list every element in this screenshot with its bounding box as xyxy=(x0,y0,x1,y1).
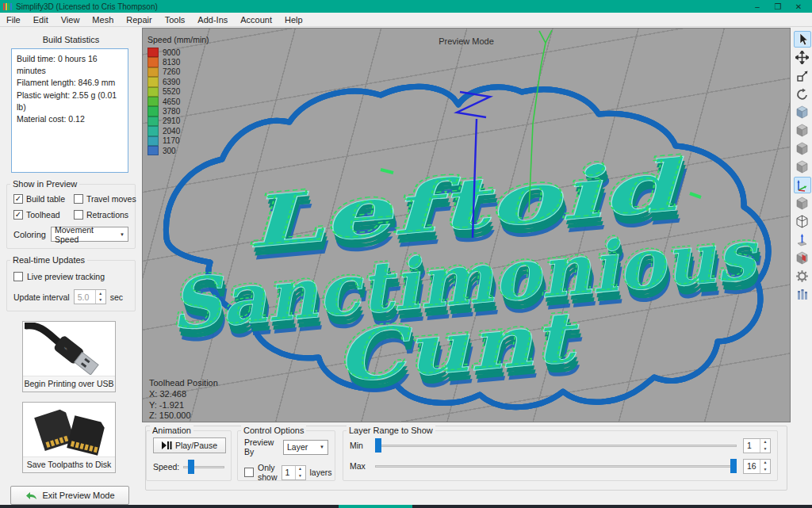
spin-up-icon[interactable]: ▲ xyxy=(760,439,770,446)
checkbox-label: Travel moves xyxy=(86,194,136,204)
chevron-down-icon: ▼ xyxy=(120,232,124,237)
view-cube-top[interactable] xyxy=(794,122,811,139)
only-show-checkbox[interactable] xyxy=(244,468,254,477)
menu-item-tools[interactable]: Tools xyxy=(159,14,192,25)
preview-viewport[interactable]: Leftoid Leftoid Leftoid Leftoid Leftoid … xyxy=(142,28,791,422)
menu-item-view[interactable]: View xyxy=(55,14,86,25)
menu-item-add-ins[interactable]: Add-Ins xyxy=(191,14,234,25)
menu-item-account[interactable]: Account xyxy=(234,14,278,25)
scale-box-arrow-icon xyxy=(796,70,809,82)
spin-up-icon[interactable]: ▲ xyxy=(296,466,305,473)
preview-mode-label: Preview Mode xyxy=(143,36,790,46)
checkbox-retractions[interactable]: Retractions xyxy=(74,210,139,220)
scale-tool[interactable] xyxy=(794,67,811,84)
legend-value: 6390 xyxy=(159,78,180,86)
usb-button-label: Begin Printing over USB xyxy=(23,376,115,392)
sd-cards-image xyxy=(23,403,115,456)
view-cube-front[interactable] xyxy=(794,140,811,157)
max-slider-handle[interactable] xyxy=(730,459,737,473)
rotate-arrow-icon xyxy=(796,88,809,101)
play-pause-icon xyxy=(162,441,172,449)
menu-item-repair[interactable]: Repair xyxy=(120,14,158,25)
speed-slider-handle[interactable] xyxy=(188,460,194,474)
spin-down-icon[interactable]: ▼ xyxy=(760,466,770,473)
coloring-label: Coloring xyxy=(13,230,46,239)
view-cube-default[interactable] xyxy=(794,104,811,120)
max-layer-spinner[interactable]: 16 ▲▼ xyxy=(743,459,771,474)
machine-settings[interactable] xyxy=(794,268,811,285)
coloring-select[interactable]: Movement Speed ▼ xyxy=(51,227,128,242)
checkbox-build-table[interactable]: ✓Build table xyxy=(13,194,74,204)
support-structures[interactable] xyxy=(794,286,811,303)
begin-printing-usb-button[interactable]: ⌁ Begin Printing over USB xyxy=(22,321,116,392)
toolhead-x: X: 32.468 xyxy=(149,389,218,400)
minimize-button[interactable]: – xyxy=(747,2,768,11)
menu-item-help[interactable]: Help xyxy=(278,14,309,25)
legend-row: 300 xyxy=(147,146,209,155)
menubar: FileEditViewMeshRepairToolsAdd-InsAccoun… xyxy=(0,13,812,27)
checkbox-icon[interactable] xyxy=(74,210,83,220)
maximize-button[interactable]: ❐ xyxy=(768,2,788,11)
show-solid[interactable] xyxy=(794,195,811,212)
live-preview-checkbox[interactable] xyxy=(13,272,23,281)
animation-speed-slider[interactable] xyxy=(183,460,224,474)
spin-up-icon[interactable]: ▲ xyxy=(760,460,770,467)
checkbox-icon[interactable] xyxy=(74,194,83,204)
update-interval-spinner[interactable]: 5.0 ▲▼ xyxy=(74,289,106,304)
close-button[interactable]: ✕ xyxy=(788,2,809,11)
rotate-tool[interactable] xyxy=(794,86,811,102)
taskbar-highlight xyxy=(339,505,412,508)
save-toolpaths-button[interactable]: Save Toolpaths to Disk xyxy=(22,402,116,473)
menu-item-edit[interactable]: Edit xyxy=(27,14,55,25)
stat-line: Material cost: 0.12 xyxy=(17,113,123,125)
spin-down-icon[interactable]: ▼ xyxy=(760,445,770,453)
view-cube-side[interactable] xyxy=(794,159,811,175)
toolhead-y: Y: -1.921 xyxy=(149,400,218,411)
legend-value: 4650 xyxy=(159,97,180,106)
legend-row: 4650 xyxy=(147,97,209,106)
checkbox-toolhead[interactable]: ✓Toolhead xyxy=(13,210,74,220)
show-wireframe[interactable] xyxy=(794,213,811,230)
max-layer-slider[interactable] xyxy=(375,459,737,473)
only-show-spinner[interactable]: 1 ▲▼ xyxy=(282,465,306,480)
show-axes[interactable] xyxy=(794,177,811,193)
control-options-title: Control Options xyxy=(241,426,306,435)
legend-swatch xyxy=(147,146,159,155)
gear-icon xyxy=(795,269,809,283)
layer-range-group: Layer Range to Show Min 1 ▲▼ Max 16 ▲▼ xyxy=(343,430,778,481)
move-tool[interactable] xyxy=(794,49,811,66)
menu-item-file[interactable]: File xyxy=(0,14,27,25)
checkbox-travel-moves[interactable]: Travel moves xyxy=(74,194,139,204)
play-pause-button[interactable]: Play/Pause xyxy=(153,437,226,453)
spin-down-icon[interactable]: ▼ xyxy=(296,472,305,479)
min-slider-handle[interactable] xyxy=(375,438,381,453)
cross-section[interactable] xyxy=(794,250,811,266)
legend-row: 3780 xyxy=(147,106,209,116)
menu-item-mesh[interactable]: Mesh xyxy=(86,14,120,25)
exit-preview-mode-button[interactable]: Exit Preview Mode xyxy=(10,486,129,505)
green-back-arrow-icon xyxy=(25,491,37,500)
toolhead-position-readout: Toolhead Position X: 32.468 Y: -1.921 Z:… xyxy=(149,378,218,422)
spin-up-icon[interactable]: ▲ xyxy=(96,290,105,297)
wireframe-cube-icon xyxy=(795,215,809,228)
preview-by-select[interactable]: Layer ▼ xyxy=(283,440,328,455)
preview-by-label: Preview By xyxy=(244,437,279,456)
surface-normals[interactable] xyxy=(794,231,811,248)
legend-swatch xyxy=(147,48,159,57)
legend-value: 9000 xyxy=(159,48,180,57)
speed-legend: Speed (mm/min) 9000813072606390552046503… xyxy=(147,35,209,155)
legend-swatch xyxy=(147,116,159,126)
cross-section-cube-icon xyxy=(795,251,809,265)
checkbox-icon[interactable]: ✓ xyxy=(13,194,23,204)
max-label: Max xyxy=(350,461,369,471)
min-layer-spinner[interactable]: 1 ▲▼ xyxy=(743,438,771,453)
checkbox-icon[interactable]: ✓ xyxy=(13,210,23,220)
disk-button-label: Save Toolpaths to Disk xyxy=(23,456,115,472)
legend-row: 2910 xyxy=(147,116,209,126)
move-arrows-icon xyxy=(795,51,809,64)
select-tool[interactable] xyxy=(794,31,811,48)
only-show-label: Only show xyxy=(258,463,278,482)
spin-down-icon[interactable]: ▼ xyxy=(96,297,105,304)
min-layer-slider[interactable] xyxy=(375,438,737,453)
legend-value: 2040 xyxy=(159,127,180,136)
